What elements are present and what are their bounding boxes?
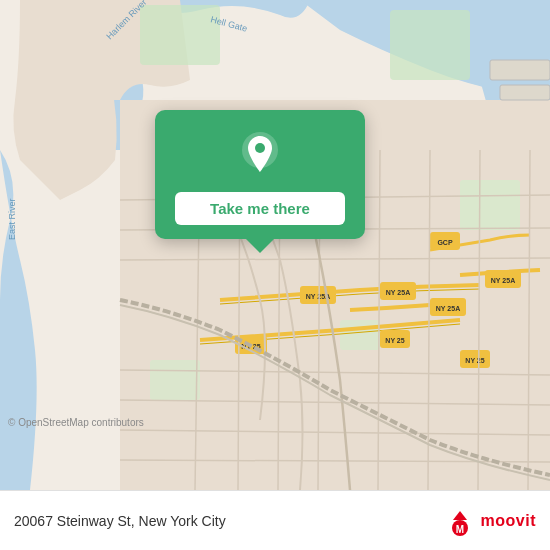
moovit-logo: M moovit <box>445 506 536 536</box>
svg-text:NY 25A: NY 25A <box>491 277 515 284</box>
svg-text:NY 25: NY 25 <box>465 357 484 364</box>
svg-text:M: M <box>455 524 463 535</box>
svg-text:NY 25: NY 25 <box>385 337 404 344</box>
svg-rect-6 <box>150 360 200 400</box>
svg-rect-3 <box>390 10 470 80</box>
take-me-there-button[interactable]: Take me there <box>175 192 345 225</box>
svg-text:NY 25A: NY 25A <box>386 289 410 296</box>
svg-text:GCP: GCP <box>437 239 453 246</box>
svg-point-44 <box>255 143 265 153</box>
copyright-text: © OpenStreetMap contributors <box>8 417 144 428</box>
svg-rect-42 <box>500 85 550 100</box>
svg-rect-41 <box>490 60 550 80</box>
location-icon-wrapper <box>234 128 286 180</box>
svg-text:East River: East River <box>7 198 17 240</box>
address-text: 20067 Steinway St, New York City <box>14 513 226 529</box>
svg-rect-4 <box>460 180 520 230</box>
svg-rect-2 <box>140 5 220 65</box>
svg-text:NY 25A: NY 25A <box>436 305 460 312</box>
svg-rect-5 <box>340 320 380 350</box>
bottom-bar: 20067 Steinway St, New York City M moovi… <box>0 490 550 550</box>
location-popup: Take me there <box>155 110 365 239</box>
location-pin-icon <box>236 130 284 178</box>
moovit-icon: M <box>445 506 475 536</box>
map-container: NY 25 NY 25A NY 25A NY 25A NY 25A GCP NY… <box>0 0 550 490</box>
moovit-label: moovit <box>481 512 536 530</box>
